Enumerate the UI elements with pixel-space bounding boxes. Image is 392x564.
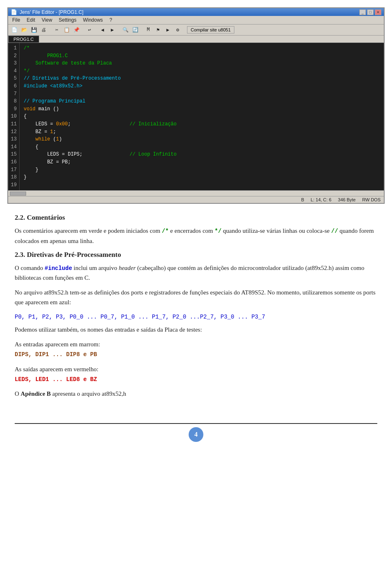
para3-text: Podemos utilizar também, os nomes das en…	[15, 326, 202, 333]
restore-button[interactable]: □	[367, 9, 374, 15]
horizontal-scrollbar[interactable]	[8, 190, 384, 196]
ide-statusbar: B L: 14, C: 6 346 Byte RW DOS	[8, 196, 384, 203]
menu-edit[interactable]: Edit	[23, 16, 38, 24]
section-23-para2: No arquivo at89x52.h tem-se as definiçõe…	[15, 288, 377, 307]
ports-line: P0, P1, P2, P3, P0_0 ... P0_7, P1_0 ... …	[15, 312, 377, 322]
inputs-label: As entradas aparecem em marrom: DIPS, DI…	[15, 339, 377, 359]
undo-button[interactable]: ↩	[85, 25, 94, 34]
status-buffer: B	[301, 197, 304, 202]
open-file-button[interactable]: 📂	[20, 25, 29, 34]
doc-content: 2.2. Comentários Os comentários aparecem…	[0, 204, 392, 446]
minimize-button[interactable]: _	[359, 9, 366, 15]
code-area[interactable]: 12345678910111213141516171819 /* PROG1.C…	[8, 43, 384, 190]
section-22-heading: 2.2. Comentários	[15, 214, 377, 222]
save-file-button[interactable]: 💾	[29, 25, 38, 34]
para1-text2: inclui um arquivo	[72, 265, 119, 271]
menu-view[interactable]: View	[38, 16, 56, 24]
ide-toolbar: 📄 📂 💾 🖨 ✂ 📋 📌 ↩ ◀ ▶ 🔍 🔄 M ⚑ ▶ ⚙ Compilar…	[8, 25, 384, 36]
new-file-button[interactable]: 📄	[10, 25, 19, 34]
section-22-para: Os comentários aparecem em verde e podem…	[15, 226, 377, 245]
close-button[interactable]: ✕	[375, 9, 381, 15]
settings-btn[interactable]: ⚙	[173, 25, 182, 34]
para1-include: #include	[45, 265, 72, 272]
search-button[interactable]: 🔍	[121, 25, 130, 34]
replace-button[interactable]: 🔄	[131, 25, 140, 34]
status-mode: RW DOS	[362, 197, 381, 202]
appendix-text2: apresenta o arquivo at89x52,h	[51, 390, 126, 397]
flag-btn[interactable]: ⚑	[154, 25, 163, 34]
nav-btn2[interactable]: ▶	[108, 25, 117, 34]
window-title: Jens' File Editor - [PROG1.C]	[20, 9, 83, 15]
code-editor[interactable]: /* PROG1.C Software de teste da Placa */…	[20, 43, 384, 190]
page-footer: 4	[15, 423, 377, 446]
para1-italic: header	[119, 265, 136, 271]
section-23-para1: O comando #include inclui um arquivo hea…	[15, 263, 377, 283]
status-position: L: 14, C: 6	[311, 197, 332, 202]
outputs-label: As saídas aparecem em vermelho: LEDS, LE…	[15, 364, 377, 384]
print-button[interactable]: 🖨	[39, 25, 48, 34]
section-23-heading: 2.3. Diretivas de Pré-Processamento	[15, 251, 377, 259]
run-btn[interactable]: ▶	[163, 25, 172, 34]
section-22-text1: Os comentários aparecem em verde e podem…	[15, 227, 162, 234]
titlebar-left: 📄 Jens' File Editor - [PROG1.C]	[11, 9, 83, 15]
copy-button[interactable]: 📋	[62, 25, 71, 34]
menu-settings[interactable]: Settings	[56, 16, 80, 24]
outputs-label-text: As saídas aparecem em vermelho:	[15, 366, 98, 372]
menu-file[interactable]: File	[9, 16, 23, 24]
appendix-bold: Apêndice B	[21, 390, 51, 397]
ide-tabs: PROG1.C	[8, 36, 384, 43]
section-22-code3: //	[331, 228, 338, 234]
inputs-label-text: As entradas aparecem em marrom:	[15, 341, 100, 348]
appendix-text1: O	[15, 390, 21, 397]
page-number: 4	[189, 427, 203, 442]
menu-windows[interactable]: Windows	[80, 16, 106, 24]
tab-prog1c[interactable]: PROG1.C	[8, 36, 39, 42]
ide-window: 📄 Jens' File Editor - [PROG1.C] _ □ ✕ Fi…	[7, 7, 385, 204]
compile-button[interactable]: Compilar site u8051	[187, 26, 234, 33]
mark-btn[interactable]: M	[144, 25, 153, 34]
section-22-text3: quando utiliza-se várias linhas ou coloc…	[221, 227, 331, 234]
app-icon: 📄	[11, 9, 17, 15]
section-23-para3: Podemos utilizar também, os nomes das en…	[15, 325, 377, 334]
line-numbers: 12345678910111213141516171819	[8, 43, 20, 190]
inputs-names: DIPS, DIP1 ... DIP8 e PB	[15, 351, 97, 358]
menu-help[interactable]: ?	[106, 16, 116, 24]
outputs-names: LEDS, LED1 ... LED8 e BZ	[15, 376, 97, 383]
ide-titlebar: 📄 Jens' File Editor - [PROG1.C] _ □ ✕	[8, 8, 384, 16]
ide-menubar: File Edit View Settings Windows ?	[8, 16, 384, 25]
cut-button[interactable]: ✂	[52, 25, 61, 34]
para1-text1: O comando	[15, 265, 45, 271]
nav-btn1[interactable]: ◀	[98, 25, 107, 34]
section-22-code1: /*	[162, 228, 169, 234]
section-22-code2: */	[215, 228, 222, 234]
para2-text: No arquivo at89x52.h tem-se as definiçõe…	[15, 289, 376, 305]
appendix-para: O Apêndice B apresenta o arquivo at89x52…	[15, 389, 377, 399]
scrollbar-thumb-h[interactable]	[10, 192, 26, 196]
paste-button[interactable]: 📌	[72, 25, 81, 34]
section-22-text2: e encerrados com	[169, 227, 214, 234]
window-controls: _ □ ✕	[359, 9, 381, 15]
status-size: 346 Byte	[338, 197, 356, 202]
